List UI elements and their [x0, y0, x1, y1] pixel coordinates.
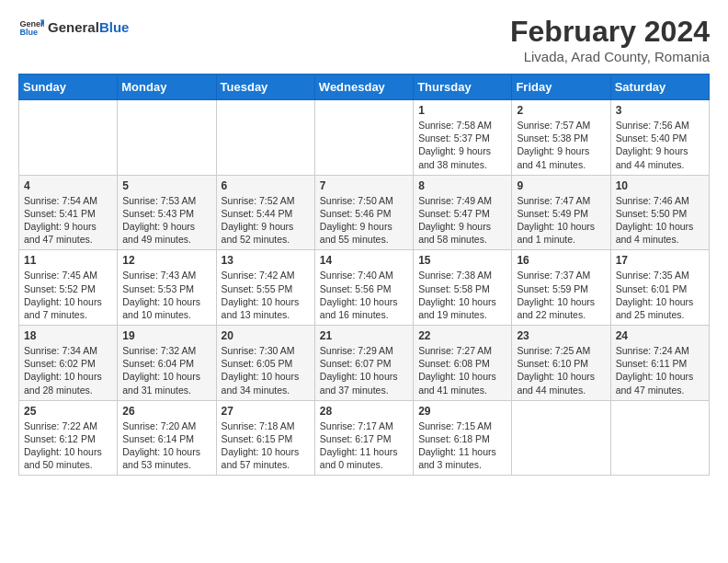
- calendar-cell: [216, 100, 314, 176]
- calendar-cell: 10Sunrise: 7:46 AM Sunset: 5:50 PM Dayli…: [610, 175, 709, 250]
- day-info: Sunrise: 7:24 AM Sunset: 6:11 PM Dayligh…: [616, 344, 704, 396]
- calendar-cell: 15Sunrise: 7:38 AM Sunset: 5:58 PM Dayli…: [414, 250, 512, 326]
- col-header-friday: Friday: [512, 75, 610, 100]
- day-info: Sunrise: 7:32 AM Sunset: 6:04 PM Dayligh…: [122, 344, 210, 396]
- calendar-cell: 21Sunrise: 7:29 AM Sunset: 6:07 PM Dayli…: [314, 326, 413, 401]
- calendar-header-row: SundayMondayTuesdayWednesdayThursdayFrid…: [19, 75, 710, 100]
- calendar-cell: 12Sunrise: 7:43 AM Sunset: 5:53 PM Dayli…: [118, 250, 216, 326]
- day-number: 16: [517, 254, 605, 267]
- day-number: 3: [616, 104, 704, 117]
- calendar-cell: 2Sunrise: 7:57 AM Sunset: 5:38 PM Daylig…: [512, 100, 610, 176]
- logo-general: General: [48, 19, 99, 35]
- calendar-cell: 5Sunrise: 7:53 AM Sunset: 5:43 PM Daylig…: [118, 175, 216, 250]
- calendar-cell: 25Sunrise: 7:22 AM Sunset: 6:12 PM Dayli…: [19, 400, 118, 476]
- svg-text:Blue: Blue: [19, 28, 38, 37]
- day-number: 14: [320, 254, 408, 267]
- day-number: 18: [24, 329, 112, 342]
- calendar-cell: [314, 100, 413, 176]
- calendar-cell: 1Sunrise: 7:58 AM Sunset: 5:37 PM Daylig…: [414, 100, 512, 176]
- logo-blue: Blue: [99, 19, 130, 35]
- calendar-cell: 11Sunrise: 7:45 AM Sunset: 5:52 PM Dayli…: [19, 250, 118, 326]
- col-header-wednesday: Wednesday: [314, 75, 413, 100]
- calendar-cell: 14Sunrise: 7:40 AM Sunset: 5:56 PM Dayli…: [314, 250, 413, 326]
- logo-icon: General Blue: [18, 15, 44, 40]
- calendar-cell: 27Sunrise: 7:18 AM Sunset: 6:15 PM Dayli…: [216, 400, 314, 476]
- day-number: 11: [24, 254, 112, 267]
- day-number: 24: [616, 329, 704, 342]
- calendar-cell: [610, 400, 709, 476]
- calendar-cell: [19, 100, 118, 176]
- col-header-tuesday: Tuesday: [216, 75, 314, 100]
- day-number: 12: [122, 254, 210, 267]
- day-info: Sunrise: 7:47 AM Sunset: 5:49 PM Dayligh…: [517, 194, 605, 247]
- calendar: SundayMondayTuesdayWednesdayThursdayFrid…: [18, 74, 710, 476]
- day-info: Sunrise: 7:25 AM Sunset: 6:10 PM Dayligh…: [517, 344, 605, 396]
- day-number: 27: [222, 405, 310, 418]
- day-number: 13: [222, 254, 310, 267]
- day-info: Sunrise: 7:30 AM Sunset: 6:05 PM Dayligh…: [222, 344, 310, 396]
- calendar-week-3: 11Sunrise: 7:45 AM Sunset: 5:52 PM Dayli…: [19, 250, 710, 326]
- calendar-cell: 7Sunrise: 7:50 AM Sunset: 5:46 PM Daylig…: [314, 175, 413, 250]
- day-number: 6: [222, 179, 310, 192]
- calendar-week-5: 25Sunrise: 7:22 AM Sunset: 6:12 PM Dayli…: [19, 400, 710, 476]
- calendar-cell: 23Sunrise: 7:25 AM Sunset: 6:10 PM Dayli…: [512, 326, 610, 401]
- calendar-cell: 29Sunrise: 7:15 AM Sunset: 6:18 PM Dayli…: [414, 400, 512, 476]
- day-info: Sunrise: 7:50 AM Sunset: 5:46 PM Dayligh…: [320, 194, 408, 247]
- day-number: 15: [418, 254, 506, 267]
- day-info: Sunrise: 7:52 AM Sunset: 5:44 PM Dayligh…: [222, 194, 310, 247]
- day-info: Sunrise: 7:18 AM Sunset: 6:15 PM Dayligh…: [222, 419, 310, 472]
- calendar-cell: 20Sunrise: 7:30 AM Sunset: 6:05 PM Dayli…: [216, 326, 314, 401]
- day-info: Sunrise: 7:20 AM Sunset: 6:14 PM Dayligh…: [122, 419, 210, 472]
- col-header-thursday: Thursday: [414, 75, 512, 100]
- day-number: 29: [418, 405, 506, 418]
- day-info: Sunrise: 7:43 AM Sunset: 5:53 PM Dayligh…: [122, 269, 210, 321]
- day-number: 10: [616, 179, 704, 192]
- day-number: 21: [320, 329, 408, 342]
- day-info: Sunrise: 7:57 AM Sunset: 5:38 PM Dayligh…: [517, 119, 605, 171]
- day-info: Sunrise: 7:35 AM Sunset: 6:01 PM Dayligh…: [616, 269, 704, 321]
- calendar-week-1: 1Sunrise: 7:58 AM Sunset: 5:37 PM Daylig…: [19, 100, 710, 176]
- calendar-cell: [118, 100, 216, 176]
- day-info: Sunrise: 7:27 AM Sunset: 6:08 PM Dayligh…: [418, 344, 506, 396]
- calendar-cell: [512, 400, 610, 476]
- calendar-cell: 4Sunrise: 7:54 AM Sunset: 5:41 PM Daylig…: [19, 175, 118, 250]
- calendar-cell: 18Sunrise: 7:34 AM Sunset: 6:02 PM Dayli…: [19, 326, 118, 401]
- calendar-cell: 3Sunrise: 7:56 AM Sunset: 5:40 PM Daylig…: [610, 100, 709, 176]
- day-number: 28: [320, 405, 408, 418]
- day-number: 2: [517, 104, 605, 117]
- day-info: Sunrise: 7:58 AM Sunset: 5:37 PM Dayligh…: [418, 119, 506, 171]
- day-info: Sunrise: 7:15 AM Sunset: 6:18 PM Dayligh…: [418, 419, 506, 472]
- logo-text: GeneralBlue: [48, 19, 129, 36]
- calendar-cell: 22Sunrise: 7:27 AM Sunset: 6:08 PM Dayli…: [414, 326, 512, 401]
- day-info: Sunrise: 7:29 AM Sunset: 6:07 PM Dayligh…: [320, 344, 408, 396]
- calendar-week-4: 18Sunrise: 7:34 AM Sunset: 6:02 PM Dayli…: [19, 326, 710, 401]
- subtitle: Livada, Arad County, Romania: [510, 49, 710, 64]
- day-number: 22: [418, 329, 506, 342]
- day-number: 20: [222, 329, 310, 342]
- calendar-week-2: 4Sunrise: 7:54 AM Sunset: 5:41 PM Daylig…: [19, 175, 710, 250]
- col-header-saturday: Saturday: [610, 75, 709, 100]
- calendar-cell: 26Sunrise: 7:20 AM Sunset: 6:14 PM Dayli…: [118, 400, 216, 476]
- day-info: Sunrise: 7:40 AM Sunset: 5:56 PM Dayligh…: [320, 269, 408, 321]
- day-info: Sunrise: 7:37 AM Sunset: 5:59 PM Dayligh…: [517, 269, 605, 321]
- main-title: February 2024: [510, 15, 710, 49]
- day-number: 8: [418, 179, 506, 192]
- calendar-cell: 28Sunrise: 7:17 AM Sunset: 6:17 PM Dayli…: [314, 400, 413, 476]
- calendar-cell: 17Sunrise: 7:35 AM Sunset: 6:01 PM Dayli…: [610, 250, 709, 326]
- day-number: 25: [24, 405, 112, 418]
- calendar-cell: 24Sunrise: 7:24 AM Sunset: 6:11 PM Dayli…: [610, 326, 709, 401]
- header: General Blue GeneralBlue February 2024 L…: [18, 15, 710, 64]
- day-number: 9: [517, 179, 605, 192]
- title-area: February 2024 Livada, Arad County, Roman…: [510, 15, 710, 64]
- day-number: 4: [24, 179, 112, 192]
- day-info: Sunrise: 7:46 AM Sunset: 5:50 PM Dayligh…: [616, 194, 704, 247]
- day-info: Sunrise: 7:54 AM Sunset: 5:41 PM Dayligh…: [24, 194, 112, 247]
- day-number: 26: [122, 405, 210, 418]
- day-info: Sunrise: 7:49 AM Sunset: 5:47 PM Dayligh…: [418, 194, 506, 247]
- day-number: 17: [616, 254, 704, 267]
- day-info: Sunrise: 7:17 AM Sunset: 6:17 PM Dayligh…: [320, 419, 408, 472]
- calendar-cell: 9Sunrise: 7:47 AM Sunset: 5:49 PM Daylig…: [512, 175, 610, 250]
- day-number: 5: [122, 179, 210, 192]
- col-header-sunday: Sunday: [19, 75, 118, 100]
- day-info: Sunrise: 7:38 AM Sunset: 5:58 PM Dayligh…: [418, 269, 506, 321]
